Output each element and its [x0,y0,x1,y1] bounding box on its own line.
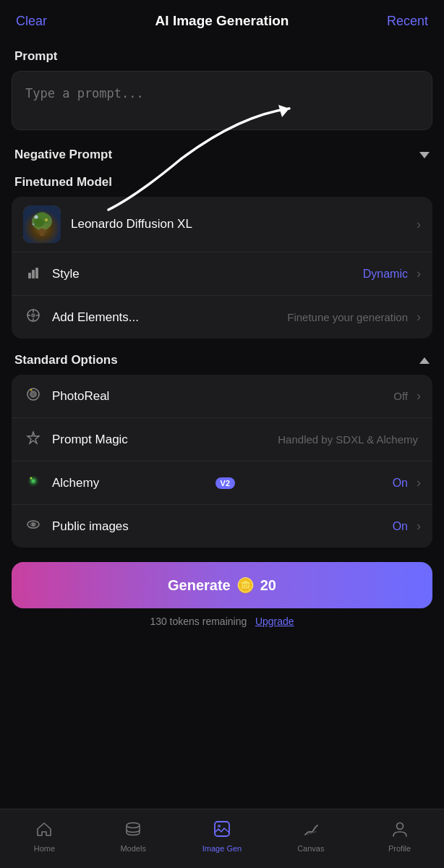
prompt-magic-value: Handled by SDXL & Alchemy [278,433,418,446]
alchemy-icon [23,473,43,493]
chevron-down-icon [419,152,430,158]
alchemy-chevron-icon: › [417,475,421,490]
generate-amount: 20 [260,577,276,594]
svg-point-34 [396,822,403,829]
elements-chevron-icon: › [417,310,421,325]
style-icon [23,264,43,284]
model-card: Leonardo Diffusion XL › Style Dynamic › [12,197,432,339]
elements-value: Finetune your generation [287,311,408,323]
model-chevron-icon: › [417,217,421,232]
public-images-icon [23,516,43,536]
svg-point-7 [45,218,48,221]
negative-prompt-row[interactable]: Negative Prompt [0,137,444,172]
nav-models-label: Models [120,844,145,853]
nav-image-gen[interactable]: Image Gen [178,809,267,868]
prompt-magic-icon [23,430,43,449]
svg-point-8 [33,224,35,226]
svg-rect-32 [215,822,229,836]
photoreal-value: Off [393,390,408,402]
alchemy-row[interactable]: Alchemy V2 On › [12,461,432,505]
profile-icon [390,820,409,841]
photoreal-icon [23,386,43,406]
bottom-nav: Home Models Image Gen C [0,809,444,868]
home-icon [35,820,54,841]
alchemy-badge: V2 [215,477,235,489]
standard-options-card: PhotoReal Off › Prompt Magic Handled by … [12,375,432,548]
svg-point-6 [35,216,38,219]
svg-point-20 [32,393,35,396]
finetuned-model-label: Finetuned Model [0,172,444,197]
prompt-magic-label: Prompt Magic [52,433,278,447]
elements-row[interactable]: Add Elements... Finetune your generation… [12,296,432,339]
canvas-icon [302,820,320,841]
page-title: AI Image Generation [59,13,385,29]
style-row[interactable]: Style Dynamic › [12,252,432,296]
prompt-section-label: Prompt [0,39,444,71]
alchemy-label: Alchemy [52,476,210,490]
generate-section: Generate 🪙 20 130 tokens remaining Upgra… [0,550,444,636]
upgrade-link[interactable]: Upgrade [255,616,294,627]
nav-home[interactable]: Home [0,809,89,868]
photoreal-row[interactable]: PhotoReal Off › [12,375,432,418]
model-thumbnail [23,205,61,243]
style-value: Dynamic [363,268,408,281]
nav-profile[interactable]: Profile [355,809,444,868]
generate-coin-icon: 🪙 [236,576,255,594]
prompt-container [0,71,444,137]
svg-rect-5 [40,229,44,236]
generate-button[interactable]: Generate 🪙 20 [12,562,432,608]
svg-rect-11 [35,268,38,278]
scroll-area: Prompt Negative Prompt Finetuned Model [0,39,444,708]
prompt-magic-row: Prompt Magic Handled by SDXL & Alchemy [12,418,432,461]
nav-canvas[interactable]: Canvas [266,809,355,868]
elements-label: Add Elements... [52,310,287,325]
svg-marker-22 [27,432,39,443]
public-images-chevron-icon: › [417,519,421,534]
svg-point-29 [32,523,35,527]
photoreal-label: PhotoReal [52,389,393,404]
recent-button[interactable]: Recent [385,14,428,29]
model-name: Leonardo Diffusion XL [71,217,411,231]
svg-point-21 [30,389,33,391]
standard-options-header[interactable]: Standard Options [0,341,444,375]
nav-models[interactable]: Models [89,809,178,868]
svg-point-33 [218,825,221,827]
image-gen-icon [213,820,231,841]
svg-rect-9 [28,273,31,278]
style-chevron-icon: › [417,266,421,281]
photoreal-chevron-icon: › [417,388,421,404]
svg-point-4 [34,218,44,227]
clear-button[interactable]: Clear [16,14,59,29]
public-images-row[interactable]: Public images On › [12,505,432,548]
prompt-input[interactable] [12,71,432,130]
tokens-row: 130 tokens remaining Upgrade [12,608,432,630]
svg-point-13 [31,313,35,318]
elements-icon [23,307,43,327]
style-label: Style [52,267,363,281]
generate-label: Generate [168,577,231,594]
models-icon [124,820,142,841]
standard-options-label: Standard Options [14,353,118,367]
alchemy-value: On [393,477,408,490]
model-row[interactable]: Leonardo Diffusion XL › [12,197,432,252]
nav-home-label: Home [34,844,55,853]
svg-point-26 [32,480,35,482]
nav-profile-label: Profile [388,844,411,853]
svg-point-31 [127,822,140,827]
public-images-label: Public images [52,519,393,534]
nav-image-gen-label: Image Gen [202,844,242,853]
tokens-text: 130 tokens remaining [150,616,247,627]
svg-point-27 [30,477,33,480]
public-images-value: On [393,520,408,533]
chevron-up-icon [419,357,430,364]
nav-canvas-label: Canvas [297,844,324,853]
app-header: Clear AI Image Generation Recent [0,0,444,39]
svg-rect-10 [32,270,35,278]
negative-prompt-label: Negative Prompt [14,148,112,162]
